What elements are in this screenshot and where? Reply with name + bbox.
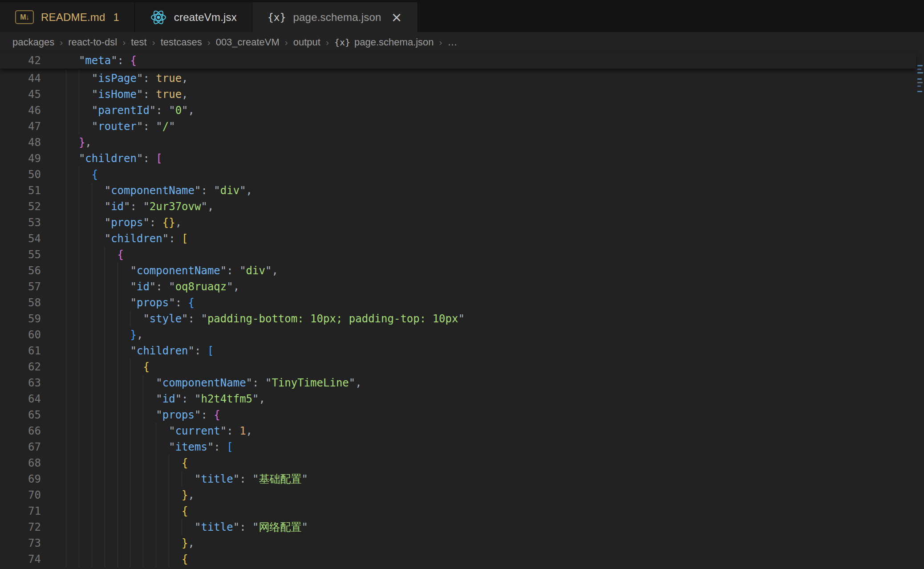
indent-guide [118, 439, 118, 455]
code-line-content: { [66, 247, 124, 263]
line-number[interactable]: 62 [0, 359, 41, 375]
indent-guide [92, 343, 92, 359]
indent-guide [105, 503, 105, 519]
close-icon[interactable]: × [391, 11, 402, 24]
code-line-67[interactable]: 67"items": [ [0, 439, 916, 455]
indent-guide [79, 551, 79, 567]
line-number[interactable]: 49 [0, 150, 41, 167]
line-number[interactable]: 42 [0, 53, 41, 69]
code-line-59[interactable]: 59"style": "padding-bottom: 10px; paddin… [0, 311, 916, 327]
code-line-45[interactable]: 45"isHome": true, [0, 86, 916, 102]
code-line-58[interactable]: 58"props": { [0, 295, 916, 311]
indent-guide [143, 391, 143, 407]
code-line-48[interactable]: 48}, [0, 134, 916, 150]
code-line-53[interactable]: 53"props": {}, [0, 215, 916, 231]
indent-guide [143, 455, 143, 471]
line-number[interactable]: 64 [0, 391, 41, 407]
code-line-66[interactable]: 66"current": 1, [0, 423, 916, 439]
code-line-42[interactable]: 42"meta": { [0, 53, 916, 69]
code-line-70[interactable]: 70}, [0, 487, 916, 503]
code-line-71[interactable]: 71{ [0, 503, 916, 519]
code-line-50[interactable]: 50{ [0, 167, 916, 183]
indent-guide [92, 311, 92, 327]
line-number[interactable]: 54 [0, 231, 41, 247]
minimap-code-mark [917, 91, 922, 92]
breadcrumb-item-003_createVM[interactable]: 003_createVM [216, 37, 280, 48]
line-number[interactable]: 56 [0, 263, 41, 279]
line-number[interactable]: 59 [0, 311, 41, 327]
line-number[interactable]: 71 [0, 503, 41, 519]
code-line-47[interactable]: 47"router": "/" [0, 118, 916, 134]
code-line-57[interactable]: 57"id": "oq8ruaqz", [0, 279, 916, 295]
line-number[interactable]: 61 [0, 343, 41, 359]
line-number[interactable]: 46 [0, 102, 41, 118]
tab-README.md[interactable]: M↓README.md1 [0, 2, 135, 32]
code-editor: 42"meta": { 44"isPage": true,45"isHome":… [0, 53, 916, 569]
indent-guide [130, 391, 130, 407]
line-number[interactable]: 63 [0, 375, 41, 391]
line-number[interactable]: 47 [0, 118, 41, 134]
indent-guide [79, 215, 79, 231]
line-number[interactable]: 65 [0, 407, 41, 423]
code-line-62[interactable]: 62{ [0, 359, 916, 375]
breadcrumb-item-react-to-dsl[interactable]: react-to-dsl [68, 37, 117, 48]
line-number[interactable]: 67 [0, 439, 41, 455]
code-line-60[interactable]: 60}, [0, 327, 916, 343]
breadcrumb-item-output[interactable]: output [293, 37, 320, 48]
breadcrumb-item-page.schema.json[interactable]: {x}page.schema.json [334, 37, 434, 48]
code-line-61[interactable]: 61"children": [ [0, 343, 916, 359]
line-number[interactable]: 72 [0, 519, 41, 535]
line-number[interactable]: 74 [0, 551, 41, 567]
json-schema-icon: {x} [334, 37, 350, 48]
indent-guide [66, 375, 66, 391]
breadcrumb-separator-icon: › [60, 37, 63, 48]
code-line-49[interactable]: 49"children": [ [0, 150, 916, 167]
line-number[interactable]: 50 [0, 167, 41, 183]
minimap[interactable] [916, 53, 924, 569]
code-line-56[interactable]: 56"componentName": "div", [0, 263, 916, 279]
code-line-74[interactable]: 74{ [0, 551, 916, 567]
code-line-52[interactable]: 52"id": "2ur37ovw", [0, 199, 916, 215]
breadcrumb-item-…[interactable]: … [448, 37, 458, 48]
code-line-51[interactable]: 51"componentName": "div", [0, 183, 916, 199]
code-line-64[interactable]: 64"id": "h2t4tfm5", [0, 391, 916, 407]
indent-guide [79, 86, 79, 102]
code-line-55[interactable]: 55{ [0, 247, 916, 263]
line-number[interactable]: 45 [0, 86, 41, 102]
breadcrumb-item-test[interactable]: test [131, 37, 146, 48]
line-number[interactable]: 53 [0, 215, 41, 231]
line-number[interactable]: 55 [0, 247, 41, 263]
indent-guide [143, 407, 143, 423]
code-line-54[interactable]: 54"children": [ [0, 231, 916, 247]
code-line-69[interactable]: 69"title": "基础配置" [0, 471, 916, 487]
line-number[interactable]: 70 [0, 487, 41, 503]
tab-label: page.schema.json [293, 11, 381, 24]
code-line-72[interactable]: 72"title": "网络配置" [0, 519, 916, 535]
indent-guide [92, 295, 92, 311]
line-number[interactable]: 58 [0, 295, 41, 311]
code-line-68[interactable]: 68{ [0, 455, 916, 471]
breadcrumb-item-packages[interactable]: packages [12, 37, 54, 48]
indent-guide [92, 455, 92, 471]
indent-guide [92, 439, 92, 455]
sticky-scroll-line[interactable]: 42"meta": { [0, 53, 916, 69]
line-number[interactable]: 57 [0, 279, 41, 295]
code-line-73[interactable]: 73}, [0, 535, 916, 551]
line-number[interactable]: 48 [0, 134, 41, 150]
tab-createVm.jsx[interactable]: createVm.jsx [135, 2, 252, 32]
indent-guide [105, 455, 105, 471]
line-number[interactable]: 69 [0, 471, 41, 487]
line-number[interactable]: 60 [0, 327, 41, 343]
line-number[interactable]: 52 [0, 199, 41, 215]
code-line-63[interactable]: 63"componentName": "TinyTimeLine", [0, 375, 916, 391]
line-number[interactable]: 68 [0, 455, 41, 471]
line-number[interactable]: 51 [0, 183, 41, 199]
tab-page.schema.json[interactable]: {x}page.schema.json× [252, 2, 418, 32]
code-line-65[interactable]: 65"props": { [0, 407, 916, 423]
line-number[interactable]: 73 [0, 535, 41, 551]
breadcrumb-item-testcases[interactable]: testcases [161, 37, 202, 48]
line-number[interactable]: 66 [0, 423, 41, 439]
code-line-44[interactable]: 44"isPage": true, [0, 70, 916, 86]
code-line-46[interactable]: 46"parentId": "0", [0, 102, 916, 118]
line-number[interactable]: 44 [0, 70, 41, 86]
